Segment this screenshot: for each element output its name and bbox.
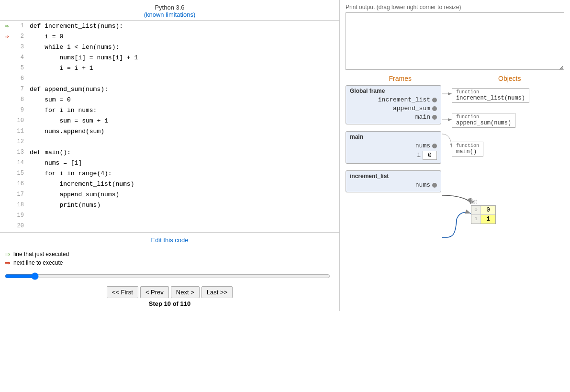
line-num-12: 12 <box>13 136 28 147</box>
code-cell-20 <box>28 221 339 231</box>
left-panel: Python 3.6 (known limitations) ⇒1def inc… <box>0 0 340 311</box>
global-frame: Global frame increment_list append_sum m… <box>346 85 441 124</box>
func-name-1: increment_list(nums) <box>456 95 525 101</box>
arrow-cell-3 <box>0 42 13 52</box>
frames-objects-body: Global frame increment_list append_sum m… <box>346 85 564 307</box>
code-line-1: ⇒1def increment_list(nums): <box>0 21 339 31</box>
code-line-21: 21main() <box>0 231 339 232</box>
main-frame-title: main <box>350 134 437 140</box>
legend-green: ⇒ line that just executed <box>5 250 335 258</box>
code-line-13: 13def main(): <box>0 147 339 157</box>
arrow-cell-17 <box>0 189 13 200</box>
code-line-7: 7def append_sum(nums): <box>0 84 339 94</box>
line-num-14: 14 <box>13 157 28 168</box>
arrow-cell-4 <box>0 52 13 63</box>
nav-bar: << First < Prev Next > Last >> <box>0 283 339 299</box>
frame-row-main-global: main <box>350 113 437 121</box>
code-line-8: 8 sum = 0 <box>0 94 339 105</box>
code-line-19: 19 <box>0 210 339 221</box>
edit-link-bar: Edit this code <box>0 232 339 247</box>
code-line-16: 16 increment_list(nums) <box>0 179 339 189</box>
code-line-17: 17 append_sum(nums) <box>0 189 339 200</box>
line-num-17: 17 <box>13 189 28 200</box>
arrow-cell-13 <box>0 147 13 157</box>
code-line-20: 20 <box>0 221 339 231</box>
var-name-nums-main: nums <box>392 142 430 149</box>
dot-nums-main <box>432 144 437 148</box>
code-cell-10: sum = sum + i <box>28 115 339 126</box>
line-num-8: 8 <box>13 94 28 105</box>
val-i-main: 0 <box>423 151 437 160</box>
resize-handle[interactable]: ◢ <box>559 65 564 69</box>
arrow-cell-10 <box>0 115 13 126</box>
arrow-cell-16 <box>0 179 13 189</box>
list-obj: 0 0 1 1 <box>471 205 496 224</box>
arrow-cell-9 <box>0 105 13 115</box>
obj-val-1: 1 <box>481 215 495 224</box>
line-num-2: 2 <box>13 31 28 42</box>
code-cell-18: print(nums) <box>28 200 339 210</box>
slider-bar <box>0 270 339 283</box>
frame-row-nums-il: nums <box>350 181 437 189</box>
line-num-9: 9 <box>13 105 28 115</box>
code-line-14: 14 nums = [1] <box>0 157 339 168</box>
global-frame-title: Global frame <box>350 88 437 94</box>
fo-header: Frames Objects <box>346 75 564 82</box>
print-output-label: Print output (drag lower right corner to… <box>346 4 564 11</box>
legend-red-arrow: ⇒ <box>5 259 11 267</box>
line-num-18: 18 <box>13 200 28 210</box>
step-slider[interactable] <box>5 272 330 280</box>
code-line-2: ⇒2 i = 0 <box>0 31 339 42</box>
line-num-16: 16 <box>13 179 28 189</box>
legend-red: ⇒ next line to execute <box>5 259 335 267</box>
arrow-cell-14 <box>0 157 13 168</box>
code-cell-2: i = 0 <box>28 31 339 42</box>
list-object-container: list 0 0 1 1 <box>471 199 496 224</box>
arrow-cell-11 <box>0 126 13 136</box>
code-area: ⇒1def increment_list(nums):⇒2 i = 03 whi… <box>0 21 339 232</box>
var-name-i-main: i <box>382 152 421 159</box>
print-output-box: ◢ <box>346 12 564 70</box>
frames-label: Frames <box>389 75 412 82</box>
dot-nums-il <box>432 183 437 188</box>
increment-list-frame: increment_list nums <box>346 170 441 192</box>
func-name-2: append_sum(nums) <box>456 120 511 126</box>
objects-label: Objects <box>498 75 521 82</box>
right-panel: Print output (drag lower right corner to… <box>340 0 570 311</box>
line-num-6: 6 <box>13 73 28 84</box>
line-num-21: 21 <box>13 231 28 232</box>
arrow-cell-7 <box>0 84 13 94</box>
arrow-cell-21 <box>0 231 13 232</box>
code-line-10: 10 sum = sum + i <box>0 115 339 126</box>
green-arrow-1: ⇒ <box>4 22 9 31</box>
legend-green-arrow: ⇒ <box>5 250 11 258</box>
list-label: list <box>471 199 496 204</box>
arrow-cell-8 <box>0 94 13 105</box>
frame-row-nums-main: nums <box>350 142 437 149</box>
arrow-cell-2: ⇒ <box>0 31 13 42</box>
code-cell-5: i = i + 1 <box>28 63 339 73</box>
code-cell-6 <box>28 73 339 84</box>
code-line-5: 5 i = i + 1 <box>0 63 339 73</box>
first-button[interactable]: << First <box>107 286 138 298</box>
prev-button[interactable]: < Prev <box>140 286 169 298</box>
known-limitations-link[interactable]: (known limitations) <box>144 11 196 18</box>
last-button[interactable]: Last >> <box>201 286 233 298</box>
line-num-15: 15 <box>13 168 28 179</box>
frame-row-increment-list: increment_list <box>350 96 437 103</box>
line-num-20: 20 <box>13 221 28 231</box>
edit-code-link[interactable]: Edit this code <box>151 236 188 244</box>
code-cell-17: append_sum(nums) <box>28 189 339 200</box>
arrow-cell-20 <box>0 221 13 231</box>
frame-row-append-sum: append_sum <box>350 105 437 112</box>
line-num-3: 3 <box>13 42 28 52</box>
arrow-cell-19 <box>0 210 13 221</box>
line-num-19: 19 <box>13 210 28 221</box>
var-name-increment-list: increment_list <box>378 96 430 103</box>
obj-row-0: 0 0 <box>471 206 495 215</box>
code-header: Python 3.6 (known limitations) <box>0 0 339 21</box>
func-obj-main: function main() <box>452 142 483 157</box>
dot-increment-list <box>432 98 437 102</box>
code-cell-19 <box>28 210 339 221</box>
next-button[interactable]: Next > <box>171 286 200 298</box>
